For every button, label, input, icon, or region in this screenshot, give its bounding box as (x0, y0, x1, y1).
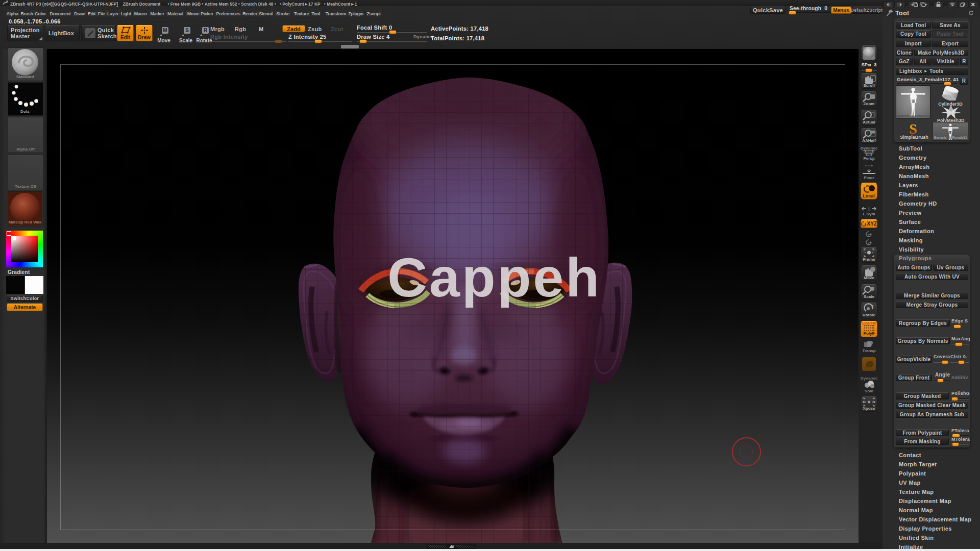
svg-text:R: R (204, 28, 208, 33)
svg-text:S: S (909, 121, 917, 136)
svg-text:Genesis_3_Female11: Genesis_3_Female11 (934, 136, 967, 139)
svg-text:Z: Z (868, 241, 870, 245)
svg-text:Local: Local (863, 193, 875, 198)
svg-text:Dots: Dots (20, 109, 30, 114)
svg-text:S: S (185, 28, 189, 33)
svg-text:Y: Y (868, 233, 870, 237)
svg-text:Genesis_3_Female11: Genesis_3_Female11 (896, 114, 930, 118)
svg-text:MatCap Red Wax: MatCap Red Wax (9, 220, 42, 224)
svg-text:M: M (163, 28, 167, 33)
svg-text:Standard: Standard (16, 74, 34, 79)
